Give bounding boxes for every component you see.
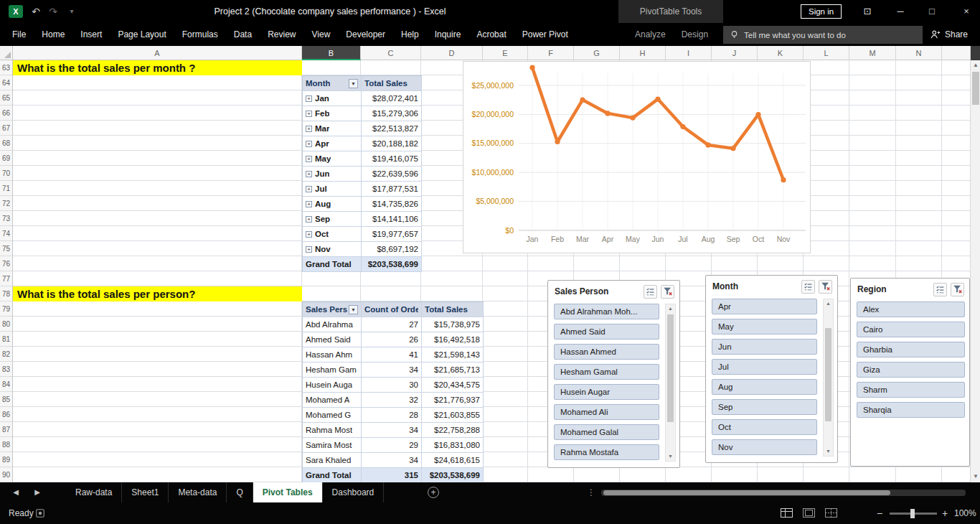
pivot-cell[interactable]: 30 <box>362 378 422 393</box>
pivot-cell[interactable]: $20,434,575 <box>422 378 484 393</box>
zoom-in-icon[interactable]: + <box>942 502 948 524</box>
slicer-item[interactable]: Nov <box>712 439 817 455</box>
pivot-cell[interactable]: $15,279,306 <box>362 106 422 121</box>
sheet-tab-pivot-tables[interactable]: Pivot Tables <box>253 482 323 502</box>
expand-icon[interactable]: + <box>306 95 312 102</box>
minimize-button[interactable]: ─ <box>888 0 913 23</box>
slicer-item[interactable]: Gharbia <box>857 342 965 357</box>
column-header-F[interactable]: F <box>528 46 574 60</box>
slicer-item[interactable]: Rahma Mostafa <box>554 444 659 460</box>
pivot-cell[interactable]: $24,618,615 <box>422 453 484 468</box>
expand-icon[interactable]: + <box>306 111 312 117</box>
row-header-83[interactable]: 83 <box>0 362 12 377</box>
row-header-71[interactable]: 71 <box>0 181 12 196</box>
slicer-item[interactable]: Cairo <box>857 322 965 337</box>
expand-icon[interactable]: + <box>306 141 312 147</box>
data-point-marker[interactable] <box>605 111 610 116</box>
scroll-down-icon[interactable]: ▼ <box>824 447 833 456</box>
slicer-item[interactable]: Alex <box>857 301 965 317</box>
scroll-down-icon[interactable]: ▼ <box>666 452 675 461</box>
column-header-H[interactable]: H <box>620 46 666 60</box>
pivot-cell[interactable]: 29 <box>362 438 422 453</box>
ribbon-tab-insert[interactable]: Insert <box>72 23 110 46</box>
pivot-cell[interactable]: 32 <box>362 393 422 408</box>
column-header-B[interactable]: B <box>302 46 361 60</box>
expand-icon[interactable]: + <box>306 171 312 177</box>
pivot-cell[interactable]: Hesham Gam <box>303 362 362 378</box>
page-break-view-icon[interactable] <box>825 508 837 518</box>
pivot-cell[interactable]: $22,758,288 <box>422 423 484 438</box>
sheet-tab-q[interactable]: Q <box>227 482 253 502</box>
column-header-C[interactable]: C <box>361 46 421 60</box>
ribbon-tab-developer[interactable]: Developer <box>338 23 393 46</box>
column-header-M[interactable]: M <box>849 46 896 60</box>
slicer-item[interactable]: Apr <box>712 299 817 314</box>
pivot-header-cell[interactable]: Sales Pers▼ <box>303 302 362 317</box>
pivot-cell[interactable]: Mohamed A <box>303 393 362 408</box>
ribbon-tab-review[interactable]: Review <box>260 23 303 46</box>
ribbon-tab-page-layout[interactable]: Page Layout <box>110 23 174 46</box>
expand-icon[interactable]: + <box>306 186 312 192</box>
zoom-level[interactable]: 100% <box>954 502 976 524</box>
column-header-A[interactable]: A <box>13 46 302 60</box>
column-header-D[interactable]: D <box>421 46 483 60</box>
pivot-cell[interactable]: $16,492,518 <box>422 332 484 347</box>
pivot-cell[interactable]: $21,776,937 <box>422 393 484 408</box>
expand-icon[interactable]: + <box>306 231 312 238</box>
row-header-67[interactable]: 67 <box>0 121 12 136</box>
pivot-cell[interactable]: +Mar <box>303 121 362 136</box>
sheet-tab-dashboard[interactable]: Dashboard <box>323 482 385 502</box>
pivot-cell[interactable]: Samira Most <box>303 438 362 453</box>
row-header-77[interactable]: 77 <box>0 271 12 286</box>
row-header-79[interactable]: 79 <box>0 301 12 317</box>
row-header-70[interactable]: 70 <box>0 166 12 181</box>
pivot-cell[interactable]: Hassan Ahm <box>303 347 362 362</box>
row-header-81[interactable]: 81 <box>0 332 12 347</box>
slicer-item[interactable]: Sharm <box>857 382 965 398</box>
tell-me-box[interactable]: Tell me what you want to do <box>723 26 923 44</box>
row-header-89[interactable]: 89 <box>0 452 12 467</box>
pivot-cell[interactable]: 34 <box>362 423 422 438</box>
slicer-item[interactable]: Ahmed Said <box>554 324 659 340</box>
slicer-item[interactable]: May <box>712 319 817 334</box>
pivot-cell[interactable]: +Apr <box>303 136 362 151</box>
row-header-87[interactable]: 87 <box>0 422 12 437</box>
pivot-cell[interactable]: 28 <box>362 408 422 423</box>
clear-filter-icon[interactable] <box>951 283 964 296</box>
expand-icon[interactable]: + <box>306 216 312 223</box>
pivot-cell[interactable]: $8,697,192 <box>362 242 422 257</box>
filter-dropdown-icon[interactable]: ▼ <box>349 79 358 88</box>
pivot-cell[interactable]: $22,639,596 <box>362 167 422 182</box>
close-button[interactable]: × <box>954 0 979 23</box>
pivot-cell[interactable]: $20,188,182 <box>362 136 422 151</box>
pivot-cell[interactable]: $15,738,975 <box>422 317 484 332</box>
pivot-cell[interactable]: +Oct <box>303 227 362 242</box>
pivot-cell[interactable]: Sara Khaled <box>303 453 362 468</box>
multi-select-icon[interactable] <box>801 280 815 294</box>
pivot-cell[interactable]: +Feb <box>303 106 362 121</box>
pivot-header-cell[interactable]: Total Sales <box>362 76 422 91</box>
ribbon-tab-data[interactable]: Data <box>226 23 260 46</box>
filter-dropdown-icon[interactable]: ▼ <box>349 305 358 314</box>
pivot-cell[interactable]: +May <box>303 151 362 167</box>
quick-access-dropdown-icon[interactable]: ▾ <box>63 0 80 23</box>
pivot-cell[interactable]: $16,831,080 <box>422 438 484 453</box>
row-header-75[interactable]: 75 <box>0 241 12 256</box>
row-header-68[interactable]: 68 <box>0 136 12 151</box>
pivot-cell[interactable]: +Sep <box>303 212 362 227</box>
row-header-73[interactable]: 73 <box>0 211 12 226</box>
clear-filter-icon[interactable] <box>819 280 832 294</box>
data-point-marker[interactable] <box>781 177 786 182</box>
slicer-item[interactable]: Mohamed Galal <box>554 424 659 440</box>
next-sheet-icon[interactable]: ▶ <box>29 482 46 502</box>
row-header-64[interactable]: 64 <box>0 75 12 90</box>
normal-view-icon[interactable] <box>781 508 793 518</box>
column-header-E[interactable]: E <box>483 46 528 60</box>
data-point-marker[interactable] <box>755 112 760 117</box>
pivot-cell[interactable]: Abd Alrahma <box>303 317 362 332</box>
pivot-cell[interactable]: 26 <box>362 332 422 347</box>
pivot-cell[interactable]: $28,072,401 <box>362 91 422 106</box>
sheet-tab-sheet1[interactable]: Sheet1 <box>122 482 169 502</box>
row-header-86[interactable]: 86 <box>0 407 12 422</box>
ribbon-tab-design[interactable]: Design <box>674 23 716 46</box>
